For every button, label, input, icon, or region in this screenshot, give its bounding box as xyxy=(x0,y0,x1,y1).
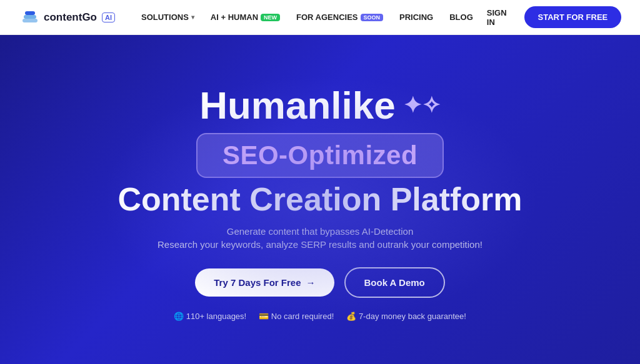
perk-no-card-text: 💳 No card required! xyxy=(259,312,334,321)
nav-links: SOLUTIONS ▾ AI + HUMAN NEW FOR AGENCIES … xyxy=(135,9,479,26)
logo-text: contentGo xyxy=(44,11,97,24)
hero-description-2: Research your keywords, analyze SERP res… xyxy=(158,239,482,250)
svg-rect-1 xyxy=(24,15,36,19)
nav-item-solutions[interactable]: SOLUTIONS ▾ xyxy=(135,9,201,26)
perk-languages-text: 🌐 110+ languages! xyxy=(174,312,246,321)
perk-money-back: 💰 7-day money back guarantee! xyxy=(346,312,466,321)
logo[interactable]: contentGo AI xyxy=(20,7,115,27)
hero-section: Humanlike ✦✧ SEO-Optimized Content Creat… xyxy=(0,35,640,364)
perk-no-card: 💳 No card required! xyxy=(259,312,334,321)
nav-item-for-agencies[interactable]: FOR AGENCIES SOON xyxy=(290,9,389,26)
start-for-free-button[interactable]: START FOR FREE xyxy=(524,6,622,28)
try-free-button[interactable]: Try 7 Days For Free → xyxy=(195,268,334,297)
nav-item-blog[interactable]: BLOG xyxy=(443,9,479,26)
seo-optimized-badge: SEO-Optimized xyxy=(196,133,444,178)
chevron-down-icon: ▾ xyxy=(191,14,194,21)
hero-cta-buttons: Try 7 Days For Free → Book A Demo xyxy=(195,267,444,298)
hero-perks: 🌐 110+ languages! 💳 No card required! 💰 … xyxy=(174,312,466,321)
nav-right: SIGN IN START FOR FREE xyxy=(479,4,622,31)
logo-icon xyxy=(20,7,40,27)
humanlike-text: Humanlike xyxy=(199,84,396,127)
seo-optimized-text: SEO-Optimized xyxy=(222,140,418,170)
book-demo-button[interactable]: Book A Demo xyxy=(344,267,445,298)
svg-rect-2 xyxy=(25,11,35,15)
hero-description-1: Generate content that bypasses AI-Detect… xyxy=(227,226,414,237)
soon-badge: SOON xyxy=(361,14,384,21)
nav-item-pricing[interactable]: PRICING xyxy=(393,9,439,26)
try-free-label: Try 7 Days For Free xyxy=(214,277,301,288)
ai-human-label: AI + HUMAN xyxy=(211,12,258,22)
svg-rect-0 xyxy=(22,19,38,22)
for-agencies-label: FOR AGENCIES xyxy=(296,12,358,22)
logo-ai-badge: AI xyxy=(102,12,115,22)
try-free-arrow-icon: → xyxy=(306,277,316,288)
perk-languages: 🌐 110+ languages! xyxy=(174,312,246,321)
blog-label: BLOG xyxy=(449,12,473,22)
solutions-label: SOLUTIONS xyxy=(141,12,189,22)
sign-in-button[interactable]: SIGN IN xyxy=(479,4,514,31)
pricing-label: PRICING xyxy=(399,12,433,22)
new-badge: NEW xyxy=(261,14,280,21)
nav-item-ai-human[interactable]: AI + HUMAN NEW xyxy=(204,9,286,26)
sparkle-icon: ✦✧ xyxy=(403,93,441,118)
navbar: contentGo AI SOLUTIONS ▾ AI + HUMAN NEW … xyxy=(0,0,640,35)
perk-money-back-text: 💰 7-day money back guarantee! xyxy=(346,312,466,321)
hero-humanlike-heading: Humanlike ✦✧ xyxy=(199,84,441,127)
hero-main-heading: Content Creation Platform xyxy=(118,182,522,217)
